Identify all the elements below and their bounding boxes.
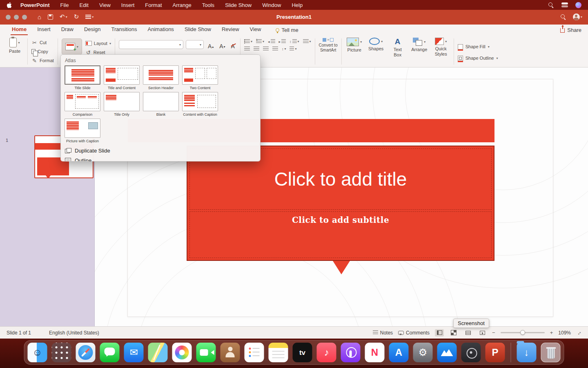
dock-music-icon[interactable]: ♪ — [317, 343, 336, 362]
dock-contacts-icon[interactable] — [220, 343, 240, 362]
dock-launchpad-icon[interactable] — [52, 343, 71, 362]
subtitle-placeholder[interactable]: Click to add subtitle — [189, 211, 492, 258]
font-name-select[interactable]: ▾ — [119, 40, 183, 49]
dock-messages-icon[interactable] — [100, 343, 120, 362]
layout-option-picture-with-caption[interactable]: Picture with Caption — [63, 119, 102, 143]
comments-button[interactable]: Comments — [398, 330, 430, 336]
menu-item-insert[interactable]: Insert — [121, 2, 135, 8]
decrease-indent-button[interactable]: ◂ — [268, 39, 275, 44]
siri-icon[interactable] — [575, 2, 581, 8]
dock-system-settings-icon[interactable]: ⚙ — [413, 343, 433, 362]
menu-item-duplicate-slide[interactable]: Duplicate Slide — [65, 148, 256, 154]
dock-maps-icon[interactable] — [148, 343, 168, 362]
tab-design[interactable]: Design — [79, 25, 106, 35]
shape-outline-button[interactable]: Shape Outline▾ — [458, 54, 498, 62]
account-button[interactable]: ▾ — [573, 13, 582, 20]
dock-podcasts-icon[interactable] — [341, 343, 361, 362]
slide-sorter-view-button[interactable] — [449, 329, 458, 337]
dock-trash-icon[interactable] — [541, 343, 561, 362]
layout-option-comparison[interactable]: Comparison — [63, 92, 102, 117]
picture-button[interactable]: ▾ Picture — [345, 38, 363, 65]
share-button[interactable]: Share — [560, 27, 581, 33]
home-button[interactable]: ⌂ — [38, 13, 41, 20]
cut-button[interactable]: ✂Cut — [31, 39, 54, 46]
paste-button[interactable]: ▾ Paste — [6, 38, 24, 65]
layout-option-title-and-content[interactable]: Title and Content — [102, 65, 141, 90]
justify-button[interactable] — [272, 47, 278, 51]
dock-app-store-icon[interactable]: A — [389, 343, 409, 362]
dock-finder-icon[interactable]: ☺ — [28, 343, 47, 362]
align-left-button[interactable] — [244, 47, 250, 51]
dock-screenshot-icon[interactable] — [461, 343, 481, 362]
tab-draw[interactable]: Draw — [56, 25, 79, 35]
layout-option-two-content[interactable]: Two Content — [180, 65, 220, 90]
dock-reminders-icon[interactable] — [245, 343, 264, 362]
tab-home[interactable]: Home — [7, 25, 32, 35]
dock-safari-icon[interactable] — [76, 343, 96, 362]
dock-mail-icon[interactable]: ✉ — [124, 343, 144, 362]
columns-button[interactable]: ▾ — [290, 47, 296, 51]
layout-option-section-header[interactable]: Section Header — [141, 65, 180, 90]
tell-me-button[interactable]: Tell me — [276, 27, 298, 33]
layout-option-title-only[interactable]: Title Only — [102, 92, 141, 117]
reading-view-button[interactable] — [463, 329, 472, 337]
zoom-out-button[interactable]: − — [492, 330, 495, 336]
copy-button[interactable]: Copy — [31, 48, 54, 55]
save-button[interactable] — [48, 14, 53, 20]
menu-item-window[interactable]: Window — [262, 2, 281, 8]
align-center-button[interactable] — [254, 47, 259, 51]
dock-news-icon[interactable]: N — [365, 343, 385, 362]
dock-facetime-icon[interactable] — [196, 343, 216, 362]
tab-animations[interactable]: Animations — [143, 25, 179, 35]
tab-review[interactable]: Review — [216, 25, 245, 35]
decrease-font-size-button[interactable]: A▾ — [218, 40, 227, 49]
zoom-slider[interactable] — [501, 332, 545, 333]
menu-item-tools[interactable]: Tools — [202, 2, 214, 8]
language-status[interactable]: English (United States) — [49, 330, 99, 336]
numbering-button[interactable]: ▾ — [256, 39, 264, 44]
menu-item-edit[interactable]: Edit — [79, 2, 88, 8]
search-icon[interactable] — [560, 14, 566, 20]
layout-option-blank[interactable]: Blank — [141, 92, 180, 117]
menu-item-view[interactable]: View — [99, 2, 111, 8]
menu-item-outline[interactable]: Outline... — [65, 157, 256, 162]
tab-insert[interactable]: Insert — [32, 25, 56, 35]
layout-option-title-slide[interactable]: Title Slide — [63, 65, 102, 90]
menu-item-format[interactable]: Format — [145, 2, 162, 8]
fit-to-window-icon[interactable]: ↔ — [575, 329, 583, 337]
format-painter-button[interactable]: ✎Format — [31, 57, 54, 64]
slide-pointer-shape[interactable] — [333, 261, 350, 274]
layout-option-content-with-caption[interactable]: Content with Caption — [180, 92, 220, 117]
arrange-button[interactable]: ▾ Arrange — [410, 38, 428, 65]
dock-notes-icon[interactable] — [269, 343, 288, 362]
shape-fill-button[interactable]: Shape Fill▾ — [458, 43, 498, 51]
zoom-window-icon[interactable] — [22, 15, 27, 20]
dock-keynote-icon[interactable] — [437, 343, 457, 362]
menu-item-help[interactable]: Help — [292, 2, 303, 8]
minimize-window-icon[interactable] — [14, 15, 19, 20]
undo-button[interactable]: ↶▾ — [60, 13, 67, 20]
tab-view[interactable]: View — [245, 25, 267, 35]
menu-item-file[interactable]: File — [60, 2, 69, 8]
tab-transitions[interactable]: Transitions — [106, 25, 142, 35]
line-spacing-button[interactable]: ↕▾ — [290, 39, 299, 44]
zoom-in-button[interactable]: + — [550, 330, 553, 336]
increase-font-size-button[interactable]: A▴ — [206, 40, 215, 49]
close-window-icon[interactable] — [6, 15, 11, 20]
redo-button[interactable]: ↻ — [74, 13, 79, 20]
dock-tv-icon[interactable]: tv — [293, 343, 312, 362]
zoom-slider-knob[interactable] — [520, 330, 525, 335]
menu-app-name[interactable]: PowerPoint — [20, 2, 50, 8]
layout-button[interactable]: Layout▾ — [85, 40, 111, 47]
slideshow-view-button[interactable] — [478, 329, 487, 337]
menu-item-slideshow[interactable]: Slide Show — [225, 2, 252, 8]
convert-to-smartart-button[interactable]: » Convert toSmartArt — [319, 38, 338, 65]
font-size-select[interactable]: ▾ — [186, 40, 204, 49]
normal-view-button[interactable] — [435, 329, 444, 337]
toolbar-options-button[interactable]: ▾ — [85, 15, 94, 19]
align-right-button[interactable] — [263, 47, 269, 51]
quick-styles-button[interactable]: ▾ QuickStyles — [432, 38, 450, 65]
dock-downloads-icon[interactable]: ↓ — [517, 343, 537, 362]
spotlight-search-icon[interactable] — [548, 2, 554, 8]
notes-button[interactable]: Notes — [373, 330, 393, 336]
